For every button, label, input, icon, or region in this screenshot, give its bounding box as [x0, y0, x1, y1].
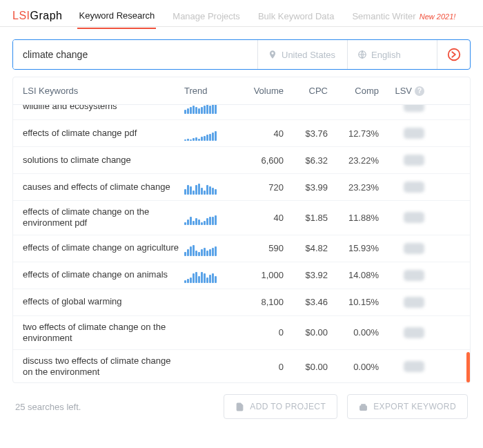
table-body[interactable]: wildlife and ecosystemseffects of climat… [13, 105, 470, 382]
trend-sparkline [184, 295, 233, 310]
volume-cell: 0 [235, 327, 284, 338]
comp-cell: 23.23% [331, 182, 379, 193]
lsv-blur [404, 327, 424, 338]
table-row[interactable]: effects of climate change pdf40$3.7612.7… [13, 119, 470, 146]
help-icon[interactable]: ? [415, 86, 424, 96]
volume-cell: 40 [235, 213, 284, 223]
country-label: United States [282, 50, 335, 60]
search-quota-status: 25 searches left. [15, 402, 81, 412]
table-row[interactable]: discuss two effects of climate change on… [13, 349, 470, 382]
lsv-blur [404, 155, 424, 166]
country-selector[interactable]: United States [257, 40, 347, 69]
lsv-cell [382, 128, 424, 139]
volume-cell: 6,600 [235, 155, 284, 166]
cpc-cell: $1.85 [286, 213, 328, 223]
nav-item-keyword-research[interactable]: Keyword Research [77, 3, 156, 29]
table-row[interactable]: solutions to climate change6,600$6.3223.… [13, 146, 470, 173]
search-input[interactable] [13, 40, 257, 69]
lsv-cell [382, 212, 424, 223]
top-nav: LSIGraph Keyword ResearchManage Projects… [0, 0, 483, 27]
lsv-cell [382, 155, 424, 166]
cpc-cell: $3.99 [286, 182, 328, 193]
export-keyword-button[interactable]: EXPORT KEYWORD [347, 394, 468, 419]
comp-cell: 14.08% [331, 270, 379, 280]
keyword-cell: effects of climate change on animals [23, 269, 181, 280]
nav-item-bulk-keyword-data[interactable]: Bulk Keyword Data [257, 4, 336, 28]
comp-cell: 15.93% [331, 243, 379, 253]
lsv-blur [404, 105, 424, 112]
keyword-cell: effects of global warming [23, 296, 181, 307]
table-row[interactable]: effects of climate change on animals1,00… [13, 262, 470, 289]
comp-cell: 0.00% [331, 362, 379, 372]
lsv-blur [404, 212, 424, 223]
lsv-blur [404, 297, 424, 308]
pin-icon [268, 50, 277, 59]
cpc-cell: $6.32 [286, 155, 328, 166]
footer: 25 searches left. ADD TO PROJECT EXPORT … [0, 383, 483, 433]
lsv-cell [382, 327, 424, 338]
brand-logo: LSIGraph [12, 10, 62, 22]
svg-point-1 [448, 49, 460, 61]
cpc-cell: $3.46 [286, 297, 328, 307]
trend-sparkline [184, 126, 233, 141]
search-submit-button[interactable] [437, 40, 470, 69]
volume-cell: 40 [235, 128, 284, 139]
volume-cell: 1,000 [235, 270, 284, 280]
th-keywords: LSI Keywords [23, 86, 181, 96]
th-cpc: CPC [286, 86, 328, 96]
search-bar: United States English [12, 39, 471, 70]
language-label: English [371, 50, 401, 60]
trend-sparkline [184, 359, 233, 374]
export-label: EXPORT KEYWORD [373, 402, 456, 411]
table-row[interactable]: effects of global warming8,100$3.4610.15… [13, 289, 470, 315]
svg-rect-2 [360, 405, 367, 410]
lsv-cell [382, 105, 424, 112]
cpc-cell: $0.00 [286, 362, 328, 372]
comp-cell: 0.00% [331, 327, 379, 338]
keyword-cell: effects of climate change pdf [23, 128, 181, 139]
volume-cell: 590 [235, 243, 284, 253]
table-row[interactable]: effects of climate change on the environ… [13, 200, 470, 235]
lsv-cell [382, 182, 424, 193]
keyword-cell: causes and effects of climate change [23, 182, 181, 193]
brand-part2: Graph [30, 10, 63, 21]
keyword-cell: effects of climate change on agriculture [23, 242, 181, 253]
th-lsv: LSV ? [382, 86, 424, 96]
comp-cell: 12.73% [331, 128, 379, 139]
lsv-cell [382, 270, 424, 281]
cpc-cell: $4.82 [286, 243, 328, 253]
lsv-blur [404, 128, 424, 139]
lsv-blur [404, 361, 424, 372]
keyword-cell: two effects of climate change on the env… [23, 322, 181, 344]
nav-item-semantic-writer[interactable]: Semantic Writer New 2021! [351, 4, 457, 28]
lsv-blur [404, 182, 424, 193]
enter-icon [446, 47, 462, 62]
export-icon [359, 402, 368, 411]
file-plus-icon [235, 402, 244, 411]
trend-sparkline [184, 179, 233, 195]
lsv-cell [382, 297, 424, 308]
nav-item-manage-projects[interactable]: Manage Projects [171, 4, 241, 28]
scrollbar-thumb[interactable] [466, 352, 470, 382]
table-row[interactable]: two effects of climate change on the env… [13, 315, 470, 350]
table-row[interactable]: causes and effects of climate change720$… [13, 173, 470, 200]
keyword-cell: solutions to climate change [23, 155, 181, 166]
trend-sparkline [184, 325, 233, 340]
trend-sparkline [184, 210, 233, 225]
th-comp: Comp [331, 86, 379, 96]
lsv-cell [382, 243, 424, 254]
cpc-cell: $3.92 [286, 270, 328, 280]
table-row[interactable]: effects of climate change on agriculture… [13, 235, 470, 262]
add-to-project-button[interactable]: ADD TO PROJECT [224, 394, 337, 419]
table-row[interactable]: wildlife and ecosystems [13, 105, 470, 119]
th-trend: Trend [184, 86, 233, 96]
lsv-blur [404, 243, 424, 254]
comp-cell: 11.88% [331, 213, 379, 223]
volume-cell: 720 [235, 182, 284, 193]
footer-actions: ADD TO PROJECT EXPORT KEYWORD [224, 394, 468, 419]
th-volume: Volume [235, 86, 284, 96]
trend-sparkline [184, 268, 233, 283]
lsv-blur [404, 270, 424, 281]
language-selector[interactable]: English [347, 40, 437, 69]
trend-sparkline [184, 241, 233, 256]
